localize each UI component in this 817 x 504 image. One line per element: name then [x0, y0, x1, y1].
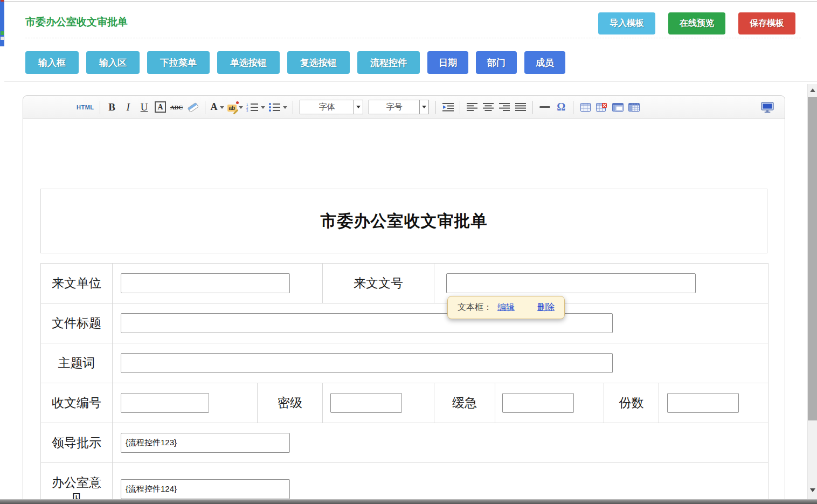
- secrecy-input[interactable]: [330, 393, 402, 413]
- underline-button[interactable]: U: [138, 100, 151, 115]
- font-family-dropdown-button[interactable]: [354, 100, 363, 114]
- component-textarea-button[interactable]: 输入区: [86, 51, 140, 74]
- ordered-list-button[interactable]: 1 2 3: [246, 100, 265, 115]
- unordered-list-button[interactable]: [268, 100, 287, 115]
- align-center-icon: [483, 103, 494, 111]
- monitor-icon: [761, 102, 774, 113]
- dotted-divider: [25, 38, 801, 38]
- toolbar-separator: [100, 101, 100, 114]
- control-tooltip: 文本框： 编辑 删除: [447, 296, 565, 319]
- table-row: 来文单位 来文文号: [41, 264, 768, 303]
- component-checkbox-button[interactable]: 复选按钮: [287, 51, 350, 74]
- triangle-down-icon: [810, 488, 815, 495]
- office-opinion-label: 办公室意见: [41, 463, 113, 504]
- component-palette: 输入框 输入区 下拉菜单 单选按钮 复选按钮 流程控件 日期 部门 成员: [25, 51, 565, 74]
- font-family-label: 字体: [300, 100, 354, 114]
- table-properties-button[interactable]: [611, 100, 624, 115]
- align-justify-icon: [515, 103, 526, 111]
- indent-button[interactable]: [441, 100, 454, 115]
- align-justify-button[interactable]: [514, 100, 527, 115]
- scroll-up-button[interactable]: [808, 87, 817, 92]
- italic-button[interactable]: I: [122, 100, 135, 115]
- subject-input[interactable]: [121, 353, 613, 373]
- align-left-button[interactable]: [466, 100, 479, 115]
- format-block-button[interactable]: A: [154, 100, 167, 115]
- background-window-strip: [0, 0, 4, 46]
- toolbar-separator: [460, 101, 460, 114]
- vertical-scrollbar[interactable]: [807, 84, 817, 499]
- horizontal-rule-button[interactable]: [538, 100, 551, 115]
- header: 市委办公室收文审批单 导入模板 在线预览 保存模板 输入框 输入区 下拉菜单 单…: [4, 2, 817, 82]
- fullscreen-button[interactable]: [761, 100, 774, 115]
- secrecy-label: 密级: [258, 383, 323, 423]
- online-preview-button[interactable]: 在线预览: [668, 12, 725, 34]
- component-dropdown-button[interactable]: 下拉菜单: [147, 51, 210, 74]
- toolbar-separator: [573, 101, 573, 114]
- component-radio-button[interactable]: 单选按钮: [217, 51, 280, 74]
- highlight-icon: ab: [227, 102, 237, 112]
- eraser-icon: [186, 102, 199, 112]
- align-left-icon: [467, 103, 477, 111]
- edit-control-link[interactable]: 编辑: [497, 302, 515, 313]
- insert-table-button[interactable]: [579, 100, 592, 115]
- chevron-down-icon: [422, 106, 426, 111]
- table-row: 领导批示: [41, 423, 768, 463]
- strip-mark: [1, 37, 4, 40]
- toolbar-separator: [293, 101, 293, 114]
- leader-note-input[interactable]: [121, 433, 290, 453]
- html-source-button[interactable]: HTML: [77, 100, 94, 115]
- table-row: 办公室意见: [41, 463, 768, 504]
- subject-label: 主题词: [41, 343, 113, 383]
- indent-icon: [442, 103, 454, 112]
- office-opinion-input[interactable]: [121, 479, 290, 499]
- unordered-list-icon: [268, 102, 281, 112]
- chevron-down-icon: [220, 106, 224, 111]
- component-flow-control-button[interactable]: 流程控件: [357, 51, 420, 74]
- strip-mark: [1, 31, 4, 35]
- font-size-select[interactable]: 字号: [369, 100, 429, 114]
- bold-button[interactable]: B: [106, 100, 119, 115]
- special-character-button[interactable]: Ω: [555, 100, 567, 115]
- urgency-label: 缓急: [434, 383, 495, 423]
- align-right-button[interactable]: [498, 100, 511, 115]
- chevron-down-icon: [356, 106, 361, 111]
- component-department-button[interactable]: 部门: [476, 51, 517, 74]
- cell-properties-button[interactable]: [627, 100, 640, 115]
- component-input-box-button[interactable]: 输入框: [25, 51, 79, 74]
- font-family-select[interactable]: 字体: [300, 100, 363, 114]
- receipt-no-input[interactable]: [121, 393, 209, 413]
- receipt-no-label: 收文编号: [41, 383, 113, 423]
- delete-control-link[interactable]: 删除: [537, 302, 555, 313]
- remove-format-button[interactable]: [186, 100, 199, 115]
- align-right-icon: [499, 103, 510, 111]
- component-member-button[interactable]: 成员: [524, 51, 565, 74]
- toolbar-separator: [205, 101, 205, 114]
- urgency-input[interactable]: [502, 393, 574, 413]
- table-row: 收文编号 密级 缓急 份数: [41, 383, 768, 423]
- import-template-button[interactable]: 导入模板: [598, 12, 655, 34]
- highlight-color-button[interactable]: ab: [227, 100, 244, 115]
- header-actions: 导入模板 在线预览 保存模板: [598, 12, 795, 34]
- align-center-button[interactable]: [482, 100, 495, 115]
- scrollbar-thumb[interactable]: [808, 97, 817, 420]
- chevron-down-icon: [261, 106, 265, 111]
- horizontal-rule-icon: [539, 106, 550, 108]
- incoming-unit-input[interactable]: [121, 273, 290, 293]
- font-color-icon: A: [211, 101, 218, 113]
- approval-form-table: 来文单位 来文文号 文件标题 主题词 收文编号 密级 缓急 份数: [40, 263, 768, 504]
- scroll-down-button[interactable]: [808, 488, 817, 495]
- cell-properties-icon: [628, 103, 640, 112]
- delete-table-button[interactable]: [595, 100, 608, 115]
- rich-text-editor: HTML B I U A ABC A ab: [23, 95, 785, 504]
- incoming-no-input[interactable]: [446, 273, 696, 293]
- component-date-button[interactable]: 日期: [427, 51, 468, 74]
- table-delete-icon: [596, 103, 607, 112]
- table-icon: [580, 103, 591, 112]
- font-color-button[interactable]: A: [211, 100, 224, 115]
- font-size-dropdown-button[interactable]: [419, 100, 428, 114]
- copies-input[interactable]: [667, 393, 739, 413]
- save-template-button[interactable]: 保存模板: [738, 12, 795, 34]
- doc-title-label: 文件标题: [41, 303, 113, 343]
- strikethrough-button[interactable]: ABC: [170, 100, 183, 115]
- editor-canvas[interactable]: 市委办公室收文审批单 来文单位 来文文号 文件标题 主题词 收文编号: [23, 119, 785, 504]
